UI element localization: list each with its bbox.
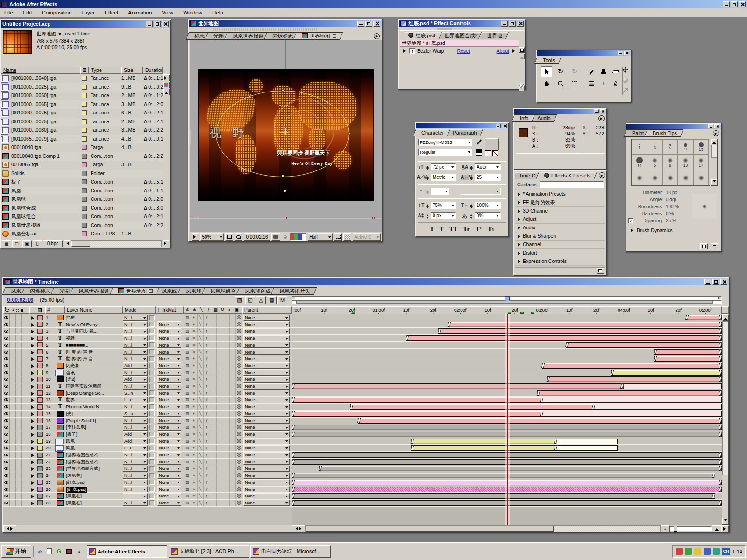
visibility-toggle[interactable]	[3, 465, 10, 472]
switch-cell[interactable]	[217, 452, 223, 458]
ie-quicklaunch-icon[interactable]: e	[36, 547, 43, 555]
audio-toggle[interactable]	[10, 431, 16, 438]
restore-button[interactable]	[731, 1, 738, 7]
label-swatch[interactable]	[37, 390, 43, 396]
switch-cell[interactable]: ∗	[191, 362, 198, 369]
scroll-up-icon[interactable]	[711, 139, 717, 144]
solo-toggle[interactable]	[16, 397, 22, 403]
visibility-toggle[interactable]	[3, 355, 10, 362]
project-row[interactable]: 凤凰球Com...tionΔ 0:...2:0	[1, 195, 163, 204]
mode-select[interactable]: N...l	[123, 459, 148, 465]
switch-cell[interactable]	[230, 355, 236, 362]
language-indicator[interactable]: CH	[722, 548, 730, 555]
switch-cell[interactable]	[210, 349, 217, 355]
trkmat-select[interactable]: None	[157, 493, 181, 499]
label-swatch[interactable]	[37, 342, 43, 347]
menu-item[interactable]: File	[4, 10, 13, 15]
ec-tab[interactable]: 红底.psd	[405, 32, 441, 39]
switch-cell[interactable]: ∗	[191, 349, 198, 355]
switch-cell[interactable]	[210, 369, 217, 376]
switch-cell[interactable]	[210, 431, 217, 438]
pickwhip-icon[interactable]	[237, 501, 241, 505]
style-toggle[interactable]: T	[430, 226, 434, 233]
layer-name[interactable]: Phoenix World N...	[66, 404, 121, 409]
switch-cell[interactable]: ƒ	[204, 465, 210, 472]
visibility-toggle[interactable]	[3, 369, 10, 376]
switch-cell[interactable]	[217, 465, 223, 472]
label-swatch[interactable]	[37, 446, 43, 451]
mode-select[interactable]: N...l	[123, 466, 148, 472]
project-row[interactable]: 板子Com...tionΔ 0:...5:1	[1, 178, 163, 187]
layer-row[interactable]: 8闪光条AddNone▨∗╲ƒNone	[3, 362, 292, 369]
label-swatch[interactable]	[37, 418, 43, 423]
vscale-spinner[interactable]	[426, 203, 429, 210]
layer-row[interactable]: 2TNew' s Of Every...N...lNone▨∗╲ƒNone	[3, 321, 292, 328]
preserve-transparency-toggle[interactable]	[149, 322, 155, 327]
pickwhip-icon[interactable]	[237, 425, 241, 429]
parent-select[interactable]: None	[243, 383, 290, 390]
audio-toggle[interactable]	[10, 383, 16, 390]
trkmat-select[interactable]: None	[157, 500, 181, 506]
switch-cell[interactable]: ▨	[185, 465, 191, 472]
label-swatch[interactable]	[82, 214, 87, 219]
switch-cell[interactable]	[217, 314, 223, 321]
mode-column[interactable]: Mode	[123, 306, 156, 314]
switch-cell[interactable]	[217, 342, 223, 348]
style-toggle[interactable]: T₁	[488, 226, 494, 233]
visibility-toggle[interactable]	[3, 452, 10, 458]
switch-cell[interactable]	[210, 390, 217, 397]
switch-cell[interactable]: ▨	[185, 335, 191, 341]
audio-toggle[interactable]	[10, 335, 16, 341]
brush-preset[interactable]: 3	[647, 139, 662, 155]
preserve-transparency-toggle[interactable]	[149, 315, 155, 320]
style-toggle[interactable]: Tr	[463, 226, 470, 233]
switch-cell[interactable]	[217, 383, 223, 390]
solo-toggle[interactable]	[16, 321, 22, 328]
parent-select[interactable]: None	[243, 397, 290, 403]
switch-cell[interactable]: ∗	[191, 459, 198, 465]
brush-preset[interactable]: 13	[693, 139, 709, 155]
layer-row[interactable]: 18[板子]AddNone▨∗╲ƒNone	[3, 431, 292, 438]
switch-cell[interactable]	[210, 404, 217, 410]
comp-titlebar[interactable]: 世界地图	[189, 20, 382, 27]
switch-cell[interactable]	[223, 493, 230, 499]
lock-toggle[interactable]	[22, 349, 28, 355]
switch-cell[interactable]: ƒ	[204, 404, 210, 410]
layer-row[interactable]: 26[红底.psd]N...lNone▨∗╲ƒNone	[3, 486, 292, 493]
parent-select[interactable]: None	[243, 493, 290, 499]
switch-cell[interactable]	[217, 486, 223, 493]
solo-toggle[interactable]	[16, 486, 22, 493]
lock-toggle[interactable]	[22, 342, 28, 348]
layer-name[interactable]: [世界地图合成2]	[66, 452, 121, 458]
layer-row[interactable]: 22[世界地图合成2]N...lNone▨∗╲ƒNone	[3, 459, 292, 466]
layer-row[interactable]: 12[Deep Orange So...S...nNone▨∗╲ƒNone	[3, 390, 292, 397]
switch-cell[interactable]: ▨	[185, 342, 191, 348]
layer-name[interactable]: [光]	[66, 411, 121, 417]
twirl-icon[interactable]	[31, 364, 36, 368]
switch-cell[interactable]: ╲	[198, 459, 204, 465]
switch-cell[interactable]: ƒ	[204, 335, 210, 341]
switch-cell[interactable]: ∗	[191, 335, 198, 341]
font-style-select[interactable]: Regular	[418, 149, 472, 156]
solo-toggle[interactable]	[16, 369, 22, 376]
pickwhip-icon[interactable]	[237, 453, 241, 457]
preserve-transparency-toggle[interactable]	[149, 487, 155, 492]
switch-cell[interactable]: ƒ	[204, 486, 210, 493]
info-flyout-icon[interactable]: ▶	[598, 115, 605, 121]
layer-row[interactable]: 25[红底.psd]N...lNone▨∗╲ƒNone	[3, 479, 292, 486]
menu-item[interactable]: Animation	[128, 10, 152, 15]
trkmat-select[interactable]: None	[157, 418, 181, 424]
pickwhip-icon[interactable]	[237, 315, 241, 319]
parent-select[interactable]: None	[243, 479, 290, 485]
comp-tab[interactable]: 凤凰世界报道	[226, 32, 269, 40]
switch-cell[interactable]	[217, 328, 223, 334]
switch-cell[interactable]: ╲	[198, 472, 204, 479]
kerning-spinner[interactable]	[426, 175, 429, 182]
lock-toggle[interactable]	[22, 465, 28, 472]
layer-duration-bar[interactable]	[686, 315, 722, 320]
label-swatch[interactable]	[82, 145, 87, 150]
preserve-transparency-toggle[interactable]	[149, 418, 155, 423]
switch-cell[interactable]: ∗	[191, 376, 198, 383]
layer-name[interactable]: 与世界同步 视...	[66, 328, 121, 334]
parent-select[interactable]: None	[243, 425, 290, 431]
